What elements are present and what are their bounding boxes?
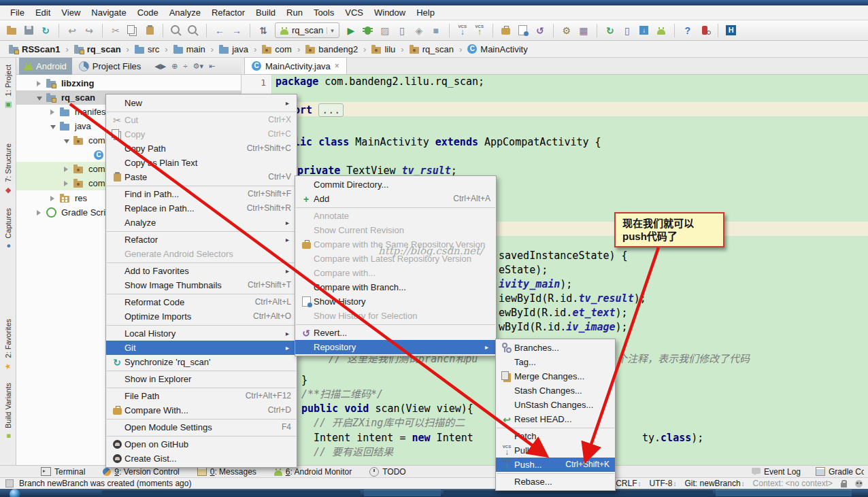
synchronize-icon[interactable]: ↻ [38,23,53,38]
stripe-tab-captures[interactable]: ●Captures [4,208,12,250]
menu-item-create-gist[interactable]: Create Gist... [106,451,297,466]
menu-vcs[interactable]: VCS [340,6,368,19]
menu-item-unstash-changes[interactable]: UnStash Changes... [496,398,615,412]
chevron-right-icon[interactable] [50,109,54,115]
menu-run[interactable]: Run [282,6,307,19]
avd-manager-icon[interactable]: ▯ [620,23,635,38]
menu-help[interactable]: Help [412,6,439,19]
compare-icon[interactable] [499,23,514,38]
menu-tools[interactable]: Tools [309,6,339,19]
menu-item-open-on-github[interactable]: Open on GitHub [106,437,297,451]
breadcrumb-item-java[interactable]: java [217,44,250,55]
taskbar-button-1[interactable] [102,490,361,496]
menu-item-merge-changes[interactable]: Merge Changes... [496,369,615,383]
menu-item-refactor[interactable]: Refactor▸ [106,233,297,247]
menu-item-compare-with-branch[interactable]: Compare with Branch... [295,280,496,294]
android-monitor-icon[interactable] [654,23,669,38]
menu-item-commit-directory[interactable]: Commit Directory... [295,177,496,192]
save-icon[interactable] [21,23,36,38]
sort-lines-icon[interactable]: ⇅ [256,23,271,38]
vcs-update-icon[interactable]: ↓ [455,23,470,38]
run-icon[interactable]: ▶ [344,23,358,38]
chevron-down-icon[interactable] [50,125,56,129]
tool-window-button-android-monitor[interactable]: 6: Android Monitor [274,467,352,477]
status-widget-context-no-context[interactable]: Context: <no context> [753,479,833,488]
menu-navigate[interactable]: Navigate [86,6,131,19]
menu-item-git[interactable]: Git▸ [106,341,297,355]
stop-icon[interactable]: ■ [429,23,444,38]
menu-item-branches[interactable]: Branches... [496,341,615,355]
menu-item-open-module-settings[interactable]: Open Module SettingsF4 [106,420,297,434]
menu-analyze[interactable]: Analyze [165,6,205,19]
tool-window-button-event-log[interactable]: Event Log [752,467,801,477]
menu-item-find-in-path[interactable]: Find in Path...Ctrl+Shift+F [106,187,297,201]
stripe-tab-1-project[interactable]: ▣1: Project [3,65,12,108]
stripe-tab-2-favorites[interactable]: ★2: Favorites [3,319,12,370]
menu-item-show-in-explorer[interactable]: Show in Explorer [106,372,297,386]
chevron-right-icon[interactable] [50,196,54,201]
project-structure-icon[interactable]: ▦ [576,23,591,38]
menu-item-pull[interactable]: ↓Pull... [496,443,615,458]
menu-item-optimize-imports[interactable]: Optimize ImportsCtrl+Alt+O [106,309,297,324]
restart-icon[interactable]: ◈ [412,23,427,38]
breadcrumb-item-com[interactable]: com [260,44,294,55]
locate-icon[interactable]: ⊕ [171,62,178,71]
menu-item-copy-as-plain-text[interactable]: Copy as Plain Text [106,156,297,170]
breadcrumb-item-src[interactable]: src [133,44,161,55]
menu-window[interactable]: Window [369,6,410,19]
breadcrumb-item-rsscan1[interactable]: RSScan1 [7,44,62,55]
back-icon[interactable]: ← [212,23,227,38]
menu-build[interactable]: Build [251,6,280,19]
menu-item-tag[interactable]: Tag... [496,355,615,369]
chevron-right-icon[interactable] [37,210,41,216]
cut-icon[interactable]: ✂ [108,23,123,38]
menu-item-rebase[interactable]: Rebase... [496,475,615,489]
sdk-update-icon[interactable]: ↻ [603,23,618,38]
hide-panel-icon[interactable]: ⇤ [209,62,215,71]
menu-item-show-history[interactable]: Show History [295,294,496,309]
menu-item-push[interactable]: ↑Push...Ctrl+Shift+K [496,458,615,472]
chevron-right-icon[interactable] [64,167,68,172]
menu-item-revert[interactable]: ↺Revert... [295,326,496,340]
menu-file[interactable]: File [5,6,29,19]
menu-item-copy-path[interactable]: Copy PathCtrl+Shift+C [106,141,297,156]
undo-icon[interactable]: ↩ [65,23,80,38]
menu-item-file-path[interactable]: File PathCtrl+Alt+F12 [106,389,297,403]
sdk-manager-icon[interactable]: ↓ [637,23,652,38]
menu-item-repository[interactable]: Repository▸ [295,340,496,354]
chevron-down-icon[interactable] [64,139,69,143]
breadcrumb-item-main[interactable]: main [171,44,207,55]
settings-icon[interactable]: ⚙ [559,23,574,38]
chevron-down-icon[interactable] [37,97,42,101]
help-icon[interactable]: ? [680,23,695,38]
tool-window-button-messages[interactable]: 0: Messages [197,467,256,477]
status-widget-crlf[interactable]: CRLF↕ [616,479,641,488]
status-widget-utf-8[interactable]: UTF-8↕ [650,479,677,488]
revert-icon[interactable]: ↺ [533,23,548,38]
redo-icon[interactable]: ↪ [82,23,97,38]
menu-item-stash-changes[interactable]: Stash Changes... [496,383,615,398]
close-icon[interactable]: × [335,61,339,71]
chevron-right-icon[interactable] [64,181,68,186]
menu-item-add-to-favorites[interactable]: Add to Favorites▸ [106,264,297,278]
status-widget-git-newbranch[interactable]: Git: newBranch↕ [685,479,745,488]
paste-icon[interactable] [142,23,157,38]
menu-code[interactable]: Code [133,6,163,19]
menu-item-add[interactable]: +AddCtrl+Alt+A [295,192,496,206]
menu-view[interactable]: View [56,6,85,19]
find-usages-icon[interactable] [186,23,201,38]
tool-window-button-todo[interactable]: TODO [369,467,405,477]
breadcrumb-item-lilu[interactable]: lilu [369,44,397,55]
tool-window-tab-android[interactable]: Android [19,58,72,75]
menu-item-analyze[interactable]: Analyze▸ [106,216,297,230]
tree-row-libzxing[interactable]: libzxing [16,76,241,90]
open-folder-icon[interactable] [4,23,19,38]
menu-item-show-image-thumbnails[interactable]: Show Image ThumbnailsCtrl+Shift+T [106,278,297,292]
stripe-tab-7-structure[interactable]: ◆7: Structure [3,143,12,194]
taskbar-button-2[interactable] [364,490,441,496]
attach-debugger-icon[interactable]: ▯ [395,23,410,38]
menu-item-synchronize-rq-scan[interactable]: ↻Synchronize 'rq_scan' [106,355,297,369]
menu-item-local-history[interactable]: Local History▸ [106,326,297,341]
menu-item-paste[interactable]: PasteCtrl+V [106,170,297,184]
tool-window-button-gradle-console[interactable]: Gradle Console [816,467,864,477]
